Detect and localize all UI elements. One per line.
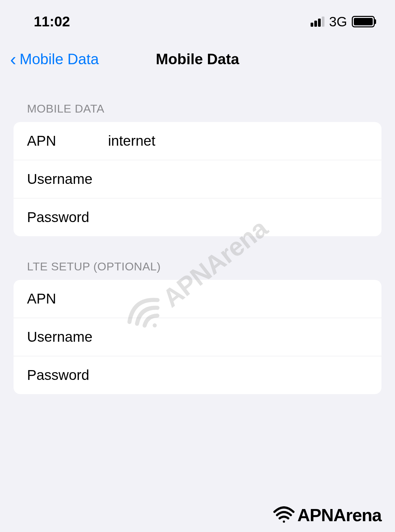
mobile-data-group: APN internet Username Password (14, 122, 381, 236)
cellular-signal-icon (311, 17, 324, 27)
page-title: Mobile Data (156, 51, 239, 68)
status-bar: 11:02 3G (0, 0, 395, 37)
status-right: 3G (311, 14, 375, 29)
lte-apn-row[interactable]: APN (14, 280, 381, 318)
back-label: Mobile Data (20, 51, 99, 68)
battery-icon (352, 16, 375, 27)
username-row[interactable]: Username (14, 160, 381, 198)
watermark-bottom: APNArena (273, 505, 381, 525)
network-type-label: 3G (329, 14, 347, 29)
section-header-mobile-data: MOBILE DATA (0, 78, 395, 122)
lte-username-row[interactable]: Username (14, 318, 381, 356)
section-header-lte-setup: LTE SETUP (OPTIONAL) (0, 236, 395, 280)
navigation-bar: ‹ Mobile Data Mobile Data (0, 37, 395, 78)
back-button[interactable]: ‹ Mobile Data (10, 50, 99, 68)
lte-setup-group: APN Username Password (14, 280, 381, 394)
lte-password-row[interactable]: Password (14, 356, 381, 394)
username-label: Username (27, 171, 108, 187)
chevron-left-icon: ‹ (10, 50, 16, 68)
apn-value[interactable]: internet (108, 133, 368, 149)
lte-apn-label: APN (27, 291, 108, 307)
lte-username-label: Username (27, 329, 108, 345)
apn-row[interactable]: APN internet (14, 122, 381, 160)
watermark-text: APNArena (297, 505, 381, 525)
wifi-icon (273, 506, 295, 524)
password-label: Password (27, 209, 108, 225)
status-time: 11:02 (34, 14, 70, 30)
password-row[interactable]: Password (14, 198, 381, 236)
apn-label: APN (27, 133, 108, 149)
lte-password-label: Password (27, 367, 108, 383)
